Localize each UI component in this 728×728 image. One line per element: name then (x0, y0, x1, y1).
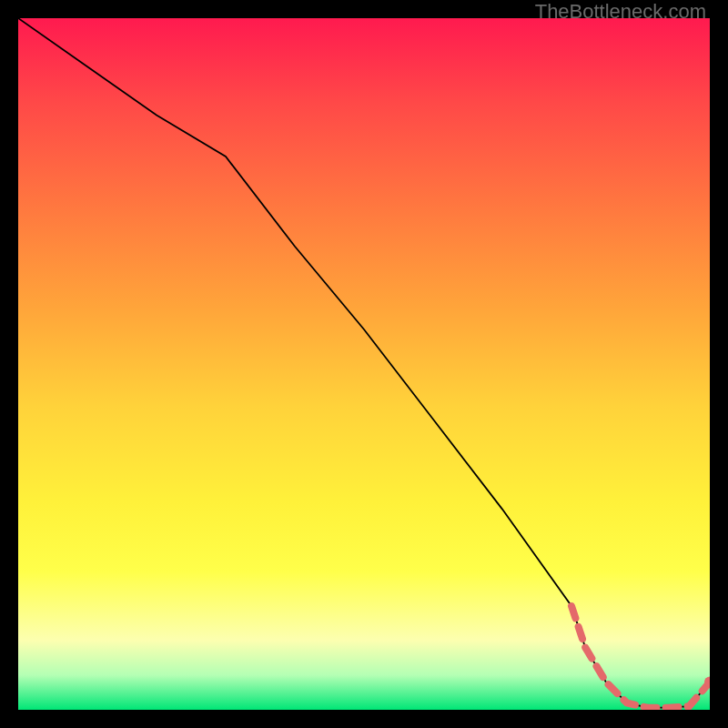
optimal-range-marker (571, 606, 710, 708)
chart-area (18, 18, 710, 710)
chart-svg (18, 18, 710, 710)
bottleneck-curve (18, 18, 710, 708)
watermark-label: TheBottleneck.com (535, 0, 706, 24)
